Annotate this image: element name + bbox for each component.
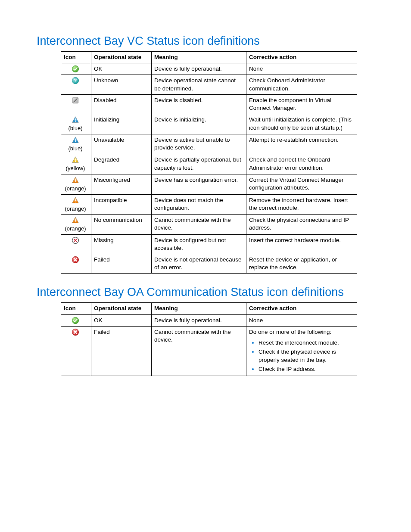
- table-row: ?UnknownDevice operational state cannot …: [61, 75, 357, 94]
- cell-meaning: Device is partially operational, but cap…: [152, 154, 246, 174]
- table-row: (yellow)DegradedDevice is partially oper…: [61, 154, 357, 174]
- list-item: Reset the interconnect module.: [258, 339, 354, 347]
- cell-action: Do one or more of the following:Reset th…: [246, 326, 357, 376]
- table-row: (orange)IncompatibleDevice does not matc…: [61, 194, 357, 215]
- unknown-icon: ?: [72, 77, 79, 84]
- table-row: (orange)MisconfiguredDevice has a config…: [61, 174, 357, 194]
- table-row: (blue)InitializingDevice is initializing…: [61, 114, 357, 134]
- cell-icon: [61, 94, 91, 114]
- cell-icon: (blue): [61, 134, 91, 154]
- table-row: OKDevice is fully operational.None: [61, 314, 357, 326]
- cell-meaning: Device operational state cannot be deter…: [152, 75, 246, 94]
- cell-icon: (yellow): [61, 154, 91, 174]
- cell-state: Misconfigured: [91, 174, 152, 194]
- warn-blue-icon: [72, 136, 79, 144]
- table-header-row: Icon Operational state Meaning Correctiv…: [61, 52, 357, 63]
- cell-icon: [61, 254, 91, 274]
- cell-meaning: Device has a configuration error.: [152, 174, 246, 194]
- col-meaning: Meaning: [152, 303, 246, 314]
- cell-state: OK: [91, 63, 152, 75]
- action-list: Reset the interconnect module.Check if t…: [249, 339, 354, 373]
- heading-vc: Interconnect Bay VC Status icon definiti…: [37, 34, 374, 48]
- icon-color-label: (orange): [65, 205, 86, 213]
- svg-rect-13: [75, 199, 76, 201]
- table-header-row: Icon Operational state Meaning Correctiv…: [61, 303, 357, 314]
- table-row: FailedCannot communicate with the device…: [61, 326, 357, 376]
- failed-icon: [72, 256, 79, 264]
- cell-state: No communication: [91, 215, 152, 235]
- disabled-icon: [72, 96, 79, 104]
- cell-state: Unknown: [91, 75, 152, 94]
- col-icon: Icon: [61, 52, 91, 63]
- cell-icon: ?: [61, 75, 91, 94]
- col-action: Corrective action: [246, 52, 357, 63]
- table-row: (blue)UnavailableDevice is active but un…: [61, 134, 357, 154]
- table-row: OKDevice is fully operational.None: [61, 63, 357, 75]
- cell-action: Reset the device or application, or repl…: [246, 254, 357, 274]
- cell-icon: [61, 326, 91, 376]
- table-row: (orange)No communicationCannot communica…: [61, 215, 357, 235]
- svg-rect-14: [75, 201, 76, 202]
- icon-color-label: (blue): [68, 124, 82, 132]
- svg-rect-16: [75, 221, 76, 222]
- cell-state: Failed: [91, 326, 152, 376]
- cell-meaning: Cannot communicate with the device.: [152, 215, 246, 235]
- cell-action: Wait until initialization is complete. (…: [246, 114, 357, 134]
- cell-state: Disabled: [91, 94, 152, 114]
- svg-rect-6: [75, 121, 76, 122]
- svg-rect-15: [75, 219, 76, 221]
- cell-icon: (orange): [61, 174, 91, 194]
- action-text: Do one or more of the following:: [249, 329, 331, 335]
- failed-icon: [72, 328, 79, 336]
- icon-color-label: (blue): [68, 145, 82, 152]
- warn-orange-icon: [72, 216, 79, 224]
- cell-action: Correct the Virtual Connect Manager conf…: [246, 174, 357, 194]
- list-item: Check the IP address.: [258, 365, 354, 373]
- svg-text:?: ?: [74, 78, 77, 83]
- heading-oa: Interconnect Bay OA Communication Status…: [37, 286, 374, 299]
- ok-icon: [72, 65, 79, 73]
- cell-action: Attempt to re-establish connection.: [246, 134, 357, 154]
- cell-meaning: Device is disabled.: [152, 94, 246, 114]
- svg-rect-5: [75, 119, 76, 121]
- missing-icon: [72, 236, 79, 244]
- warn-orange-icon: [72, 196, 79, 204]
- cell-meaning: Device is fully operational.: [152, 314, 246, 326]
- cell-state: Failed: [91, 254, 152, 274]
- action-text: None: [249, 317, 263, 324]
- col-icon: Icon: [61, 303, 91, 314]
- cell-action: None: [246, 63, 357, 75]
- cell-action: Check and correct the Onboard Administra…: [246, 154, 357, 174]
- cell-icon: [61, 234, 91, 254]
- cell-meaning: Device is configured but not accessible.: [152, 234, 246, 254]
- cell-meaning: Device is active but unable to provide s…: [152, 134, 246, 154]
- oa-table: Icon Operational state Meaning Correctiv…: [61, 302, 357, 376]
- cell-meaning: Device is initializing.: [152, 114, 246, 134]
- svg-rect-7: [75, 139, 76, 141]
- cell-state: OK: [91, 314, 152, 326]
- col-state: Operational state: [91, 303, 152, 314]
- table-row: MissingDevice is configured but not acce…: [61, 234, 357, 254]
- vc-table: Icon Operational state Meaning Correctiv…: [61, 51, 357, 274]
- cell-action: Enable the component in Virtual Connect …: [246, 94, 357, 114]
- warn-yellow-icon: [72, 156, 79, 164]
- col-meaning: Meaning: [152, 52, 246, 63]
- cell-state: Incompatible: [91, 194, 152, 215]
- table-row: FailedDevice is not operational because …: [61, 254, 357, 274]
- cell-meaning: Cannot communicate with the device.: [152, 326, 246, 376]
- warn-blue-icon: [72, 116, 79, 124]
- ok-icon: [72, 317, 79, 324]
- svg-rect-9: [75, 159, 76, 161]
- cell-icon: (blue): [61, 114, 91, 134]
- cell-state: Initializing: [91, 114, 152, 134]
- col-state: Operational state: [91, 52, 152, 63]
- cell-icon: [61, 314, 91, 326]
- cell-action: Check Onboard Administrator communicatio…: [246, 75, 357, 94]
- icon-color-label: (orange): [65, 225, 86, 233]
- cell-action: None: [246, 314, 357, 326]
- list-item: Check if the physical device is properly…: [258, 348, 354, 364]
- svg-rect-10: [75, 161, 76, 162]
- cell-action: Remove the incorrect hardware. Insert th…: [246, 194, 357, 215]
- cell-icon: [61, 63, 91, 75]
- svg-rect-11: [75, 179, 76, 181]
